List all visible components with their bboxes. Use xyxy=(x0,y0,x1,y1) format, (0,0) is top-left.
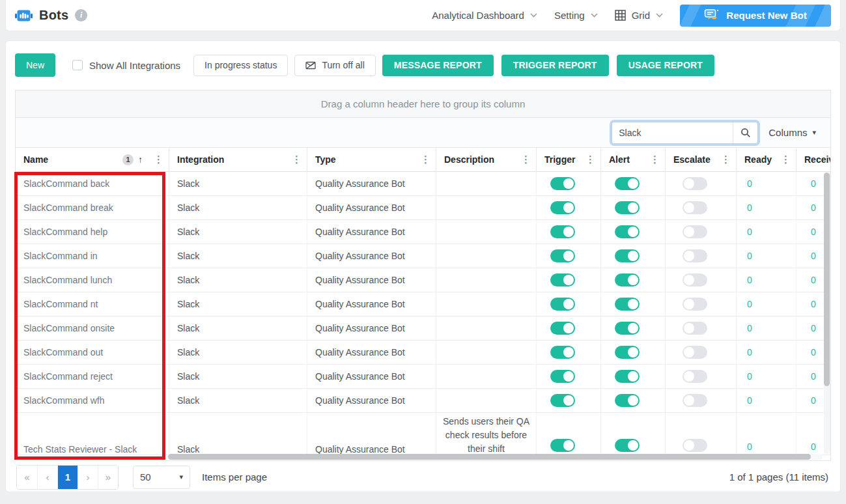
last-page-button[interactable]: » xyxy=(98,466,118,489)
column-header-name[interactable]: Name 1 ↑ ⋮ xyxy=(16,148,169,171)
escalate-toggle[interactable] xyxy=(683,370,707,383)
request-new-bot-button[interactable]: Request New Bot xyxy=(680,5,831,27)
column-header-alert[interactable]: Alert ⋮ xyxy=(601,148,666,171)
alert-toggle[interactable] xyxy=(615,249,640,262)
column-header-type[interactable]: Type ⋮ xyxy=(307,148,436,171)
column-header-escalate[interactable]: Escalate ⋮ xyxy=(666,148,737,171)
ready-count: 0 xyxy=(747,347,752,357)
alert-toggle[interactable] xyxy=(615,201,640,214)
bot-type: Quality Assurance Bot xyxy=(315,371,405,382)
new-button[interactable]: New xyxy=(15,53,55,77)
alert-toggle[interactable] xyxy=(615,225,640,238)
column-header-trigger[interactable]: Trigger ⋮ xyxy=(537,148,601,171)
column-menu-icon[interactable]: ⋮ xyxy=(776,154,791,165)
column-menu-icon[interactable]: ⋮ xyxy=(148,154,163,165)
trigger-toggle[interactable] xyxy=(550,225,575,238)
escalate-toggle[interactable] xyxy=(683,249,707,262)
message-report-button[interactable]: MESSAGE REPORT xyxy=(382,55,494,76)
alert-toggle[interactable] xyxy=(615,439,640,452)
ready-count: 0 xyxy=(747,275,752,285)
nav-setting[interactable]: Setting xyxy=(554,10,598,21)
first-page-button[interactable]: « xyxy=(17,466,37,489)
column-header-integration[interactable]: Integration ⋮ xyxy=(169,148,307,171)
search-button[interactable] xyxy=(733,122,757,143)
toggle-knob xyxy=(563,440,574,451)
table-row[interactable]: SlackCommand wfh Slack Quality Assurance… xyxy=(16,389,830,413)
alert-toggle[interactable] xyxy=(615,177,640,190)
escalate-toggle[interactable] xyxy=(683,394,707,407)
alert-toggle[interactable] xyxy=(615,394,640,407)
table-row[interactable]: SlackCommand lunch Slack Quality Assuran… xyxy=(16,268,830,292)
toggle-knob xyxy=(563,347,574,357)
prev-page-button[interactable]: ‹ xyxy=(37,466,57,489)
alert-toggle[interactable] xyxy=(615,273,640,287)
column-menu-icon[interactable]: ⋮ xyxy=(416,154,430,165)
escalate-toggle[interactable] xyxy=(683,177,707,190)
trigger-toggle[interactable] xyxy=(550,201,575,214)
table-row[interactable]: SlackCommand in Slack Quality Assurance … xyxy=(16,244,830,268)
column-menu-icon[interactable]: ⋮ xyxy=(645,154,660,165)
trigger-toggle[interactable] xyxy=(550,346,575,359)
alert-toggle[interactable] xyxy=(615,370,640,383)
column-menu-icon[interactable]: ⋮ xyxy=(287,154,302,165)
column-header-ready[interactable]: Ready ⋮ xyxy=(737,148,797,171)
in-progress-status-button[interactable]: In progress status xyxy=(193,55,288,76)
alert-toggle[interactable] xyxy=(615,346,640,359)
bot-name: SlackCommand onsite xyxy=(23,323,115,333)
column-header-received[interactable]: Received xyxy=(797,148,830,171)
received-count: 0 xyxy=(811,299,816,309)
trigger-toggle[interactable] xyxy=(550,273,575,287)
bot-name: SlackCommand wfh xyxy=(23,395,105,406)
search-input[interactable] xyxy=(612,122,733,143)
table-row[interactable]: SlackCommand reject Slack Quality Assura… xyxy=(16,365,830,389)
horizontal-scrollbar[interactable] xyxy=(167,454,823,460)
column-menu-icon[interactable]: ⋮ xyxy=(580,154,595,165)
view-mode-grid[interactable]: Grid xyxy=(615,10,663,21)
escalate-toggle[interactable] xyxy=(683,273,707,287)
alert-toggle[interactable] xyxy=(615,322,640,335)
page-1-button[interactable]: 1 xyxy=(57,466,78,489)
escalate-toggle[interactable] xyxy=(683,225,707,238)
table-row[interactable]: SlackCommand out Slack Quality Assurance… xyxy=(16,341,830,365)
next-page-button[interactable]: › xyxy=(78,466,98,489)
usage-report-button[interactable]: USAGE REPORT xyxy=(617,55,714,76)
trigger-toggle[interactable] xyxy=(550,370,575,383)
table-row[interactable]: SlackCommand help Slack Quality Assuranc… xyxy=(16,220,830,244)
escalate-toggle[interactable] xyxy=(683,298,707,311)
trigger-toggle[interactable] xyxy=(550,249,575,262)
info-icon[interactable]: i xyxy=(75,9,87,21)
alert-toggle[interactable] xyxy=(615,298,640,311)
table-row[interactable]: SlackCommand onsite Slack Quality Assura… xyxy=(16,316,830,341)
bot-integration: Slack xyxy=(177,323,199,333)
pager-buttons: « ‹ 1 › » xyxy=(16,465,119,490)
turn-off-all-button[interactable]: Turn off all xyxy=(294,55,375,76)
toggle-knob xyxy=(628,440,638,451)
table-row[interactable]: Tech Stats Reviewer - Slack Slack Qualit… xyxy=(16,413,830,455)
page-size-select[interactable]: 50 ▾ xyxy=(133,466,190,489)
trigger-toggle[interactable] xyxy=(550,177,575,190)
trigger-report-button[interactable]: TRIGGER REPORT xyxy=(501,55,609,76)
table-row[interactable]: SlackCommand back Slack Quality Assuranc… xyxy=(16,172,830,196)
column-menu-icon[interactable]: ⋮ xyxy=(716,154,731,165)
column-menu-icon[interactable]: ⋮ xyxy=(516,154,531,165)
column-header-description[interactable]: Description ⋮ xyxy=(436,148,537,171)
table-row[interactable]: SlackCommand break Slack Quality Assuran… xyxy=(16,196,830,220)
horizontal-scrollbar-thumb[interactable] xyxy=(168,454,811,460)
trigger-toggle[interactable] xyxy=(550,439,575,452)
show-all-integrations[interactable]: Show All Integrations xyxy=(72,60,180,71)
vertical-scrollbar[interactable] xyxy=(824,173,830,454)
trigger-toggle[interactable] xyxy=(550,298,575,311)
escalate-toggle[interactable] xyxy=(683,439,707,452)
nav-analytical-dashboard[interactable]: Analytical Dashboard xyxy=(432,10,537,21)
group-drop-zone[interactable]: Drag a column header here to group its c… xyxy=(16,91,830,118)
trigger-toggle[interactable] xyxy=(550,322,575,335)
vertical-scrollbar-thumb[interactable] xyxy=(824,173,830,386)
toggle-knob xyxy=(563,275,574,285)
escalate-toggle[interactable] xyxy=(683,346,707,359)
table-row[interactable]: SlackCommand nt Slack Quality Assurance … xyxy=(16,292,830,316)
show-all-checkbox[interactable] xyxy=(72,60,83,70)
escalate-toggle[interactable] xyxy=(683,322,707,335)
escalate-toggle[interactable] xyxy=(683,201,707,214)
trigger-toggle[interactable] xyxy=(550,394,575,407)
columns-dropdown[interactable]: Columns ▾ xyxy=(768,127,816,138)
